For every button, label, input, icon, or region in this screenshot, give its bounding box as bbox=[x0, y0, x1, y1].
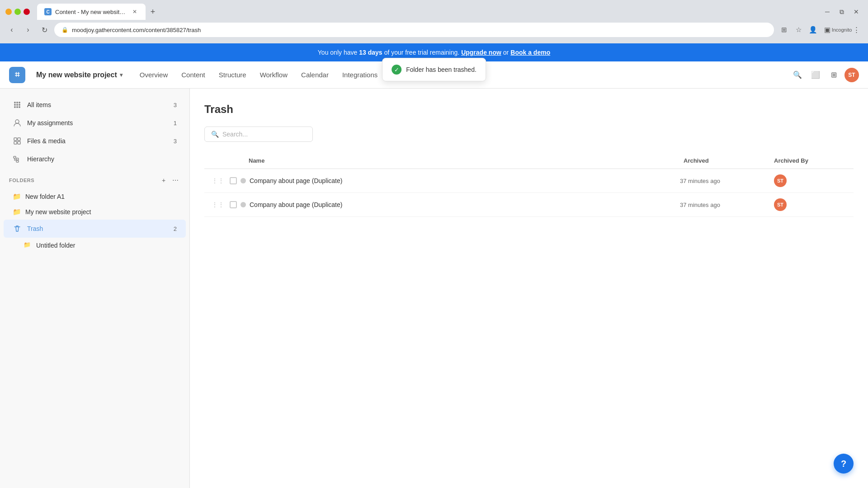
row-name: Company about page (Duplicate) bbox=[250, 177, 676, 184]
row-status bbox=[241, 178, 246, 183]
sidebar-item-hierarchy[interactable]: Hierarchy bbox=[4, 150, 186, 168]
reload-button[interactable]: ↻ bbox=[38, 23, 51, 36]
folder-item-my-new-website[interactable]: 📁 My new website project bbox=[4, 204, 186, 220]
folders-section-header: FOLDERS + ⋯ bbox=[0, 172, 189, 189]
user-avatar-small: ST bbox=[774, 174, 787, 187]
row-status bbox=[241, 202, 246, 207]
all-items-label: All items bbox=[27, 101, 162, 108]
add-folder-button[interactable]: + bbox=[159, 175, 169, 185]
nav-calendar[interactable]: Calendar bbox=[295, 67, 335, 82]
profile-button[interactable]: 👤 bbox=[807, 23, 819, 36]
nav-content[interactable]: Content bbox=[175, 67, 212, 82]
toast-message: Folder has been trashed. bbox=[406, 66, 476, 73]
search-button[interactable]: 🔍 bbox=[790, 68, 805, 82]
svg-rect-13 bbox=[18, 141, 20, 144]
all-items-icon bbox=[13, 100, 22, 109]
content-area: Trash 🔍 Name Archived Archived By ⋮⋮ Com… bbox=[190, 89, 868, 488]
window-minimize-button[interactable]: ─ bbox=[821, 5, 834, 18]
menu-button[interactable]: ⋮ bbox=[850, 23, 863, 36]
search-input[interactable] bbox=[222, 131, 306, 138]
app-logo[interactable]: ⌗ bbox=[9, 67, 25, 83]
svg-rect-16 bbox=[16, 160, 19, 162]
logo-symbol: ⌗ bbox=[15, 70, 19, 80]
close-button[interactable] bbox=[24, 9, 30, 15]
new-tab-button[interactable]: + bbox=[146, 5, 159, 18]
table-row[interactable]: ⋮⋮ Company about page (Duplicate) 37 min… bbox=[204, 193, 854, 217]
trash-count: 2 bbox=[174, 225, 177, 232]
banner-text-mid: of your free trial remaining. bbox=[384, 49, 460, 56]
project-chevron-icon: ▾ bbox=[120, 72, 123, 78]
upgrade-link[interactable]: Upgrade now bbox=[461, 49, 501, 56]
hierarchy-icon bbox=[13, 155, 22, 164]
sidebar: All items 3 My assignments 1 Files & med… bbox=[0, 89, 190, 488]
bookmark-button[interactable]: ☆ bbox=[792, 23, 805, 36]
book-demo-link[interactable]: Book a demo bbox=[510, 49, 550, 56]
back-button[interactable]: ‹ bbox=[5, 23, 18, 36]
hierarchy-label: Hierarchy bbox=[27, 155, 177, 163]
subfolder-label: Untitled folder bbox=[36, 242, 75, 249]
user-avatar[interactable]: ST bbox=[844, 68, 859, 82]
grid-button[interactable]: ⊞ bbox=[826, 68, 841, 82]
nav-integrations[interactable]: Integrations bbox=[336, 67, 384, 82]
row-name: Company about page (Duplicate) bbox=[250, 201, 676, 208]
row-archived: 37 minutes ago bbox=[680, 202, 770, 208]
row-checkbox[interactable] bbox=[230, 201, 237, 208]
maximize-button[interactable] bbox=[14, 9, 21, 15]
row-checkbox[interactable] bbox=[230, 177, 237, 184]
drag-handle[interactable]: ⋮⋮ bbox=[212, 177, 224, 184]
col-header-archived: Archived bbox=[684, 157, 774, 164]
project-name[interactable]: My new website project ▾ bbox=[36, 71, 123, 79]
svg-point-9 bbox=[15, 120, 19, 123]
sidebar-item-files-media[interactable]: Files & media 3 bbox=[4, 132, 186, 150]
sidebar-item-trash[interactable]: Trash 2 bbox=[4, 220, 186, 238]
row-archived-by: ST bbox=[774, 174, 846, 187]
tab-close-button[interactable]: ✕ bbox=[131, 8, 138, 15]
active-tab[interactable]: C Content - My new website pro... ✕ bbox=[37, 4, 146, 20]
svg-point-2 bbox=[19, 102, 20, 103]
user-avatar-small: ST bbox=[774, 198, 787, 211]
search-icon: 🔍 bbox=[211, 131, 219, 138]
drag-handle[interactable]: ⋮⋮ bbox=[212, 201, 224, 208]
page-title: Trash bbox=[204, 103, 854, 116]
folder-options-button[interactable]: ⋯ bbox=[170, 175, 180, 185]
subfolder-item-untitled[interactable]: 📁 Untitled folder bbox=[4, 238, 186, 253]
sidebar-item-all-items[interactable]: All items 3 bbox=[4, 96, 186, 114]
search-bar[interactable]: 🔍 bbox=[204, 127, 313, 142]
svg-point-5 bbox=[19, 104, 20, 106]
window-restore-button[interactable]: ⧉ bbox=[835, 5, 848, 18]
window-close-button[interactable]: ✕ bbox=[850, 5, 863, 18]
files-media-icon bbox=[13, 136, 22, 145]
header-actions: 🔍 ⬜ ⊞ ST bbox=[790, 68, 859, 82]
svg-point-4 bbox=[16, 104, 18, 106]
banner-days: 13 days bbox=[359, 49, 382, 56]
all-items-count: 3 bbox=[168, 102, 177, 108]
nav-workflow[interactable]: Workflow bbox=[254, 67, 294, 82]
address-bar[interactable]: 🔒 moodjoy.gathercontent.com/content/3858… bbox=[54, 23, 774, 37]
nav-structure[interactable]: Structure bbox=[212, 67, 253, 82]
help-button[interactable]: ? bbox=[834, 454, 854, 474]
extensions-button[interactable]: ⊞ bbox=[778, 23, 790, 36]
svg-point-3 bbox=[14, 104, 16, 106]
nav-overview[interactable]: Overview bbox=[133, 67, 175, 82]
address-text: moodjoy.gathercontent.com/content/385827… bbox=[72, 27, 767, 33]
my-assignments-icon bbox=[13, 118, 22, 127]
banner-or: or bbox=[503, 49, 509, 56]
folders-section-title: FOLDERS bbox=[9, 178, 159, 183]
sidebar-item-my-assignments[interactable]: My assignments 1 bbox=[4, 114, 186, 132]
share-button[interactable]: ⬜ bbox=[808, 68, 823, 82]
folder-label: New folder A1 bbox=[25, 193, 65, 200]
minimize-button[interactable] bbox=[5, 9, 12, 15]
col-header-archived-by: Archived By bbox=[774, 157, 846, 164]
table-body: ⋮⋮ Company about page (Duplicate) 37 min… bbox=[204, 169, 854, 217]
svg-point-6 bbox=[14, 106, 16, 108]
svg-rect-11 bbox=[18, 138, 20, 141]
my-assignments-label: My assignments bbox=[27, 119, 162, 127]
banner-text-prefix: You only have bbox=[318, 49, 357, 56]
table-row[interactable]: ⋮⋮ Company about page (Duplicate) 37 min… bbox=[204, 169, 854, 193]
incognito-badge: Incognito bbox=[835, 23, 848, 36]
forward-button[interactable]: › bbox=[22, 23, 34, 36]
folder-label-2: My new website project bbox=[25, 208, 91, 216]
toast-check-icon: ✓ bbox=[392, 65, 401, 75]
table-header: Name Archived Archived By bbox=[204, 153, 854, 169]
folder-item-new-folder-a1[interactable]: 📁 New folder A1 bbox=[4, 189, 186, 204]
